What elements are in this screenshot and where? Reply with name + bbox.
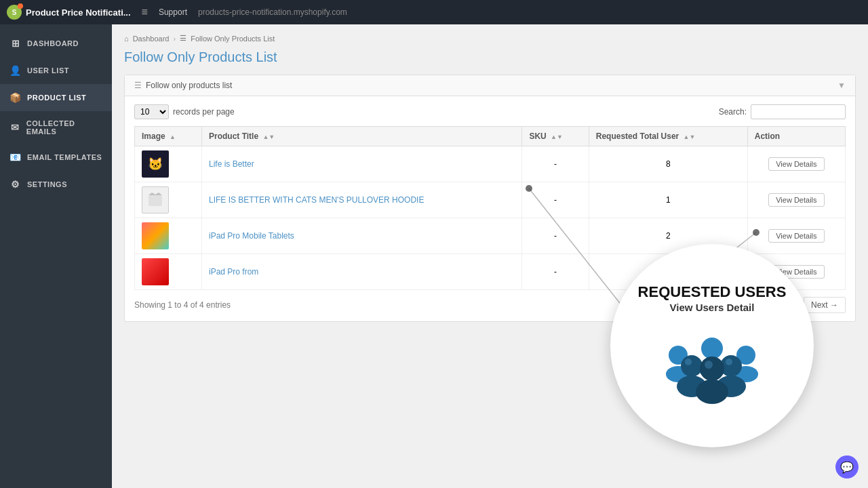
menu-icon[interactable]: ≡ [142,6,148,18]
user-list-icon: 👤 [9,65,22,76]
view-details-btn-1[interactable]: View Details [768,157,824,171]
app-name: Product Price Notificati... [26,7,131,18]
table-header: Image ▲ Product Title ▲▼ SKU ▲▼ Requeste… [135,127,846,146]
card-header: ☰ Follow only products list ▼ [125,75,855,96]
users-illustration [651,320,773,408]
cell-action-2: View Details [747,182,845,218]
svg-point-12 [700,357,724,381]
cell-sku-4: - [522,254,589,290]
product-link-2[interactable]: LIFE IS BETTER WITH CATS MEN'S PULLOVER … [209,195,424,205]
sidebar-item-settings[interactable]: ⚙ Settings [0,171,112,198]
svg-marker-1 [149,192,162,195]
controls-row: 10 25 50 100 records per page Search: [134,104,846,119]
svg-point-13 [696,380,728,404]
view-details-btn-3[interactable]: View Details [768,229,824,243]
product-list-icon: 📦 [9,92,22,103]
per-page-select[interactable]: 10 25 50 100 [134,104,169,119]
table-row: 🐱 Life is Better - 8 View Details [135,146,846,182]
sidebar-label-product-list: Product List [27,94,86,102]
card-title-text: Follow only products list [146,81,232,90]
sidebar-label-dashboard: Dashboard [27,39,79,47]
showing-text: Showing 1 to 4 of 4 entries [134,300,231,310]
cell-sku-2: - [522,182,589,218]
cell-product-title-4: iPad Pro from [202,254,522,290]
sidebar: ⊞ Dashboard 👤 User List 📦 Product List ✉… [0,24,112,488]
sidebar-label-settings: Settings [27,180,67,188]
cell-user-count-2: 1 [589,182,747,218]
cell-action-1: View Details [747,146,845,182]
list-icon: ☰ [134,81,142,90]
tooltip-overlay: Requested Users View Users Detail [610,244,814,447]
cell-product-title-2: LIFE IS BETTER WITH CATS MEN'S PULLOVER … [202,182,522,218]
logo-icon: S [7,5,22,20]
breadcrumb-dashboard[interactable]: Dashboard [133,35,170,43]
records-per-page: 10 25 50 100 records per page [134,104,235,119]
table-row: LIFE IS BETTER WITH CATS MEN'S PULLOVER … [135,182,846,218]
product-link-3[interactable]: iPad Pro Mobile Tablets [209,231,294,241]
chat-icon: 💬 [840,461,854,474]
sidebar-label-user-list: User List [27,66,69,75]
breadcrumb: ⌂ Dashboard › ☰ Follow Only Products Lis… [124,34,856,43]
svg-point-8 [681,355,703,377]
sidebar-item-dashboard[interactable]: ⊞ Dashboard [0,30,112,57]
dashboard-icon: ⊞ [9,38,22,49]
cell-image-2 [135,182,202,218]
chat-button[interactable]: 💬 [835,455,859,479]
sidebar-item-product-list[interactable]: 📦 Product List [0,84,112,111]
store-url: products-price-notification.myshopify.co… [198,7,347,17]
breadcrumb-icon: ☰ [180,34,186,43]
collapse-icon[interactable]: ▼ [837,81,846,90]
svg-rect-0 [149,195,162,206]
col-sku[interactable]: SKU ▲▼ [522,127,589,146]
email-templates-icon: 📧 [9,152,22,163]
search-label: Search: [719,107,747,117]
svg-point-16 [726,359,732,365]
cell-action-3: View Details [747,218,845,254]
svg-point-15 [685,359,692,365]
sidebar-label-collected-emails: Collected Emails [26,119,102,136]
breadcrumb-current: Follow Only Products List [191,35,275,43]
card-title: ☰ Follow only products list [134,81,232,90]
product-image-1: 🐱 [142,150,169,178]
product-link-4[interactable]: iPad Pro from [209,267,258,277]
product-image-2 [142,186,169,214]
search-input[interactable] [751,104,846,119]
tooltip-subtitle: View Users Detail [670,302,755,313]
sidebar-item-email-templates[interactable]: 📧 Email Templates [0,144,112,171]
page-title: Follow Only Products List [124,49,856,65]
support-link[interactable]: Support [159,7,187,17]
cell-product-title: Life is Better [202,146,522,182]
view-details-btn-2[interactable]: View Details [768,193,824,207]
cell-image-3 [135,218,202,254]
cell-sku-1: - [522,146,589,182]
home-icon: ⌂ [124,35,129,43]
col-product-title[interactable]: Product Title ▲▼ [202,127,522,146]
col-requested-total-user[interactable]: Requested Total User ▲▼ [589,127,747,146]
cell-user-count-1: 8 [589,146,747,182]
sidebar-item-user-list[interactable]: 👤 User List [0,57,112,84]
product-image-4 [142,258,169,285]
col-action: Action [747,127,845,146]
breadcrumb-sep: › [173,35,176,43]
collected-emails-icon: ✉ [9,122,21,133]
next-button[interactable]: Next → [804,297,846,313]
records-per-page-label: records per page [173,107,235,117]
col-image[interactable]: Image ▲ [135,127,202,146]
sidebar-item-collected-emails[interactable]: ✉ Collected Emails [0,111,112,144]
cell-image: 🐱 [135,146,202,182]
search-row: Search: [719,104,846,119]
cell-image-4 [135,254,202,290]
cell-sku-3: - [522,218,589,254]
settings-icon: ⚙ [9,179,22,190]
top-bar: S Product Price Notificati... ≡ Support … [0,0,868,24]
tooltip-title: Requested Users [638,283,787,301]
product-link-1[interactable]: Life is Better [209,159,254,169]
product-image-3 [142,222,169,249]
svg-point-4 [701,338,723,359]
svg-point-14 [705,361,713,369]
app-logo: S Product Price Notificati... [7,5,131,20]
sidebar-label-email-templates: Email Templates [27,153,102,161]
cell-product-title-3: iPad Pro Mobile Tablets [202,218,522,254]
